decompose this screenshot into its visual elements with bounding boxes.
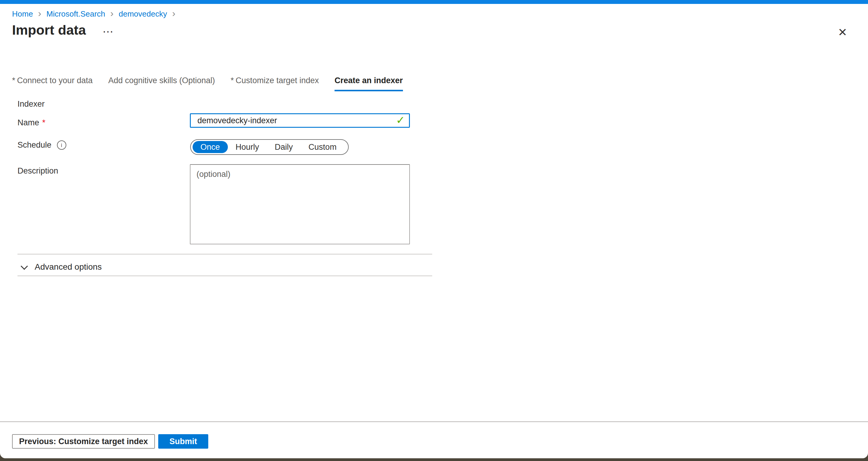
tab-required-mark: * xyxy=(230,76,234,85)
tab-label: Create an indexer xyxy=(335,76,403,85)
chevron-right-icon: › xyxy=(38,8,41,18)
chevron-right-icon: › xyxy=(172,8,176,18)
more-menu-icon[interactable]: ⋯ xyxy=(102,25,114,38)
schedule-option-hourly[interactable]: Hourly xyxy=(228,141,267,153)
chevron-down-icon xyxy=(21,263,28,270)
description-textarea[interactable] xyxy=(190,164,410,244)
portal-top-accent-bar xyxy=(0,0,868,4)
tab-customize-target-index[interactable]: * Customize target index xyxy=(230,76,319,91)
schedule-toggle-group: Once Hourly Daily Custom xyxy=(190,139,349,155)
footer-divider xyxy=(0,421,868,422)
breadcrumb-home[interactable]: Home xyxy=(12,9,33,19)
divider xyxy=(18,275,432,276)
tab-label: Connect to your data xyxy=(17,76,93,85)
name-input-wrap: ✓ xyxy=(190,113,410,128)
tab-label: Add cognitive skills (Optional) xyxy=(108,76,215,85)
name-label: Name xyxy=(18,118,39,127)
tab-connect-to-your-data[interactable]: * Connect to your data xyxy=(12,76,93,91)
import-data-panel: Home › Microsoft.Search › demovedecky › … xyxy=(0,0,868,458)
page-title: Import data xyxy=(12,22,86,38)
previous-step-button[interactable]: Previous: Customize target index xyxy=(12,434,155,449)
submit-button[interactable]: Submit xyxy=(158,434,208,449)
advanced-options-label: Advanced options xyxy=(35,262,102,272)
tab-add-cognitive-skills[interactable]: Add cognitive skills (Optional) xyxy=(108,76,215,91)
tab-label: Customize target index xyxy=(236,76,319,85)
required-asterisk: * xyxy=(42,118,45,127)
info-icon[interactable]: i xyxy=(57,141,66,150)
schedule-option-once[interactable]: Once xyxy=(193,141,228,153)
schedule-option-daily[interactable]: Daily xyxy=(267,141,301,153)
schedule-label: Schedule xyxy=(18,141,52,150)
chevron-right-icon: › xyxy=(110,8,114,18)
description-label: Description xyxy=(18,166,58,176)
tab-create-an-indexer[interactable]: Create an indexer xyxy=(335,76,403,91)
breadcrumb: Home › Microsoft.Search › demovedecky › xyxy=(12,9,176,19)
close-icon[interactable]: ✕ xyxy=(838,26,847,39)
schedule-field-label: Schedule i xyxy=(18,141,66,150)
wizard-tabs: * Connect to your data Add cognitive ski… xyxy=(12,76,403,91)
indexer-section-label: Indexer xyxy=(18,99,44,109)
tab-required-mark: * xyxy=(12,76,16,85)
breadcrumb-demovedecky[interactable]: demovedecky xyxy=(119,9,167,19)
advanced-options-toggle[interactable]: Advanced options xyxy=(22,259,102,275)
indexer-name-input[interactable] xyxy=(190,113,410,128)
schedule-option-custom[interactable]: Custom xyxy=(301,141,344,153)
divider xyxy=(18,254,432,255)
breadcrumb-microsoft-search[interactable]: Microsoft.Search xyxy=(46,9,105,19)
name-field-label: Name * xyxy=(18,118,45,127)
